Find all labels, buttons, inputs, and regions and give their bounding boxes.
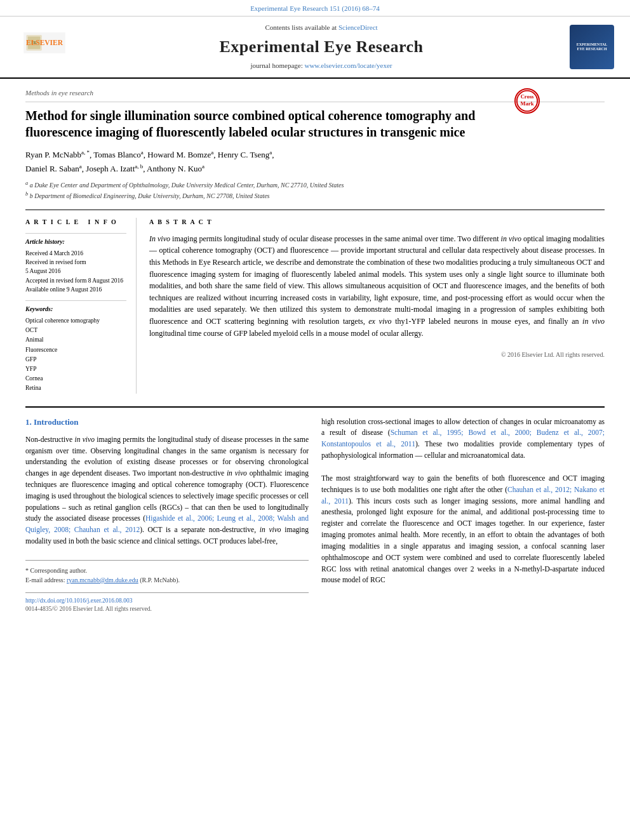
journal-homepage: journal homepage: www.elsevier.com/locat… xyxy=(83,61,560,70)
journal-header-center: Contents lists available at ScienceDirec… xyxy=(76,23,566,70)
title-row: Method for single illumination source co… xyxy=(25,107,605,148)
affiliation-b: b b Department of Biomedical Engineering… xyxy=(25,190,605,201)
author-kuo: Anthony N. Kuo xyxy=(147,164,202,173)
contents-available-text: Contents lists available at xyxy=(265,23,337,31)
crossmark-svg: Cross Mark xyxy=(516,89,539,113)
keywords-title: Keywords: xyxy=(25,305,126,314)
author-bomze: Howard M. Bomze xyxy=(147,150,211,159)
crossmark-icon: Cross Mark xyxy=(514,88,540,114)
author-blanco: Tomas Blanco xyxy=(93,150,141,159)
rights-text: 0014-4835/© 2016 Elsevier Ltd. All right… xyxy=(25,605,309,613)
homepage-link[interactable]: www.elsevier.com/locate/yexer xyxy=(304,62,392,69)
footnote-area: * Corresponding author. E-mail address: … xyxy=(25,560,309,585)
affiliation-a: a a Duke Eye Center and Department of Op… xyxy=(25,180,605,190)
page: Experimental Eye Research 151 (2016) 68–… xyxy=(0,0,630,623)
intro-text-right: high resolution cross-sectional images t… xyxy=(321,417,605,462)
received-revised-date: 5 August 2016 xyxy=(25,267,126,276)
article-history-title: Article history: xyxy=(25,237,126,246)
article-content: Methods in eye research Method for singl… xyxy=(0,79,630,623)
article-title: Method for single illumination source co… xyxy=(25,107,508,140)
copyright-text: © 2016 Elsevier Ltd. All rights reserved… xyxy=(149,347,605,359)
journal-header: EL ELSEVIER Contents lists available at … xyxy=(0,17,630,78)
received-revised-label: Received in revised form xyxy=(25,258,126,267)
doi-link[interactable]: http://dx.doi.org/10.1016/j.exer.2016.08… xyxy=(25,597,132,604)
journal-citation: Experimental Eye Research 151 (2016) 68–… xyxy=(0,0,630,17)
sup-tseng: a xyxy=(269,149,272,156)
abstract-text: In vivo imaging permits longitudinal stu… xyxy=(149,233,605,339)
affiliations: a a Duke Eye Center and Department of Op… xyxy=(25,180,605,201)
svg-text:Mark: Mark xyxy=(521,100,534,107)
publisher-logo-area: EL ELSEVIER xyxy=(13,32,76,61)
author-mcnabb: Ryan P. McNabb xyxy=(25,150,81,159)
sup-kuo: a xyxy=(202,163,204,170)
journal-title: Experimental Eye Research xyxy=(83,36,560,58)
sup-mcnabb: a, * xyxy=(81,149,90,156)
author-tseng: Henry C. Tseng xyxy=(218,150,270,159)
intro-text-right-2: The most straightforward way to gain the… xyxy=(321,473,605,586)
intro-col-right: high resolution cross-sectional images t… xyxy=(321,417,605,614)
info-abstract-row: A R T I C L E I N F O Article history: R… xyxy=(25,210,605,394)
sciencedirect-link[interactable]: ScienceDirect xyxy=(338,23,378,31)
article-history-block: Article history: Received 4 March 2016 R… xyxy=(25,233,126,294)
email-footnote: E-mail address: ryan.mcnabb@dm.duke.edu … xyxy=(25,575,309,585)
author-izatt: Joseph A. Izatt xyxy=(86,164,135,173)
intro-text-left: Non-destructive in vivo imaging permits … xyxy=(25,434,309,547)
keywords-block: Keywords: Optical coherence tomography O… xyxy=(25,300,126,394)
journal-badge-area: EXPERIMENTALEYE RESEARCH xyxy=(566,25,617,69)
homepage-label: journal homepage: xyxy=(251,62,303,69)
sup-bomze: a xyxy=(211,149,213,156)
svg-text:ELSEVIER: ELSEVIER xyxy=(26,39,64,47)
abstract-col: A B S T R A C T In vivo imaging permits … xyxy=(149,218,605,394)
keywords-list: Optical coherence tomography OCT Animal … xyxy=(25,316,126,394)
abstract-heading: A B S T R A C T xyxy=(149,218,605,227)
bottom-bar: http://dx.doi.org/10.1016/j.exer.2016.08… xyxy=(25,592,309,614)
ref-chauhan[interactable]: Chauhan et al., 2012; Nakano et al., 201… xyxy=(321,486,605,505)
article-info-heading: A R T I C L E I N F O xyxy=(25,218,126,227)
intro-col-left: 1. Introduction Non-destructive in vivo … xyxy=(25,417,309,614)
journal-citation-text: Experimental Eye Research 151 (2016) 68–… xyxy=(250,4,380,12)
sup-saban: a xyxy=(79,163,82,170)
authors-line: Ryan P. McNabba, *, Tomas Blancoa, Howar… xyxy=(25,148,605,176)
sup-blanco: a xyxy=(141,149,144,156)
received-date: Received 4 March 2016 xyxy=(25,249,126,258)
available-online: Available online 9 August 2016 xyxy=(25,285,126,294)
journal-badge: EXPERIMENTALEYE RESEARCH xyxy=(570,25,614,69)
accepted-date: Accepted in revised form 8 August 2016 xyxy=(25,276,126,285)
introduction-section: 1. Introduction Non-destructive in vivo … xyxy=(25,406,605,614)
svg-text:Cross: Cross xyxy=(521,93,534,100)
author-saban: Daniel R. Saban xyxy=(25,164,79,173)
crossmark-area: Cross Mark xyxy=(514,88,540,114)
ref-schuman[interactable]: Schuman et al., 1995; Bowd et al., 2000;… xyxy=(321,429,605,448)
article-info-col: A R T I C L E I N F O Article history: R… xyxy=(25,218,137,394)
elsevier-logo: EL ELSEVIER xyxy=(19,32,70,61)
sciencedirect-text: Contents lists available at ScienceDirec… xyxy=(83,23,560,32)
sup-izatt: a, b xyxy=(135,163,143,170)
badge-text: EXPERIMENTALEYE RESEARCH xyxy=(577,43,608,51)
corresponding-author-note: * Corresponding author. xyxy=(25,566,309,575)
intro-heading: 1. Introduction xyxy=(25,417,309,428)
email-link[interactable]: ryan.mcnabb@dm.duke.edu xyxy=(67,577,138,583)
